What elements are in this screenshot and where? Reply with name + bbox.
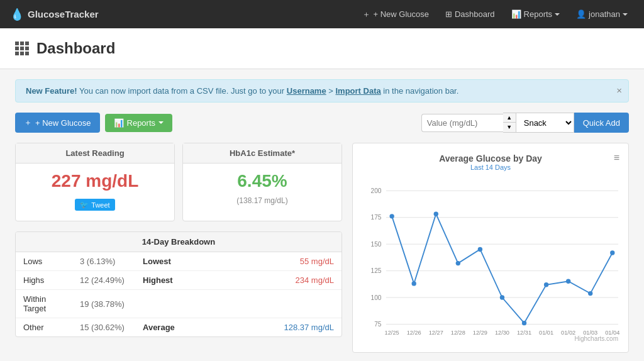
meal-type-select[interactable]: Snack Breakfast Lunch Dinner Fasting Bed…: [516, 113, 574, 133]
navbar: 💧 GlucoseTracker ＋ + New Glucose ⊞ Dashb…: [0, 0, 644, 28]
svg-text:150: 150: [371, 241, 382, 248]
table-row: Within Target 19 (38.78%): [16, 290, 341, 318]
svg-text:12/29: 12/29: [473, 330, 487, 336]
brand-name: GlucoseTracker: [28, 9, 99, 19]
chart-point: [434, 211, 438, 216]
bar-icon: 📊: [114, 118, 124, 128]
chart-card: Average Glucose by Day Last 14 Days ≡ 20…: [352, 143, 629, 353]
breakdown-card: 14-Day Breakdown Lows 3 (6.13%) Lowest 5…: [15, 231, 342, 337]
bar-chart-icon: 📊: [511, 9, 521, 19]
chart-menu-icon[interactable]: ≡: [614, 152, 619, 164]
alert-banner: New Feature! You can now import data fro…: [15, 79, 629, 103]
chart-subtitle: Last 14 Days: [363, 164, 618, 171]
latest-reading-title: Latest Reading: [16, 143, 174, 164]
other-label: Other: [16, 318, 72, 337]
plus-icon: ＋: [362, 9, 370, 20]
chart-point: [478, 247, 482, 252]
grid-nav-icon: ⊞: [445, 9, 452, 19]
lows-value: 3 (6.13%): [72, 252, 135, 271]
plus-icon: ＋: [24, 117, 32, 128]
reading-cards: Latest Reading 227 mg/dL 🐦 Tweet HbA1c E…: [15, 143, 342, 221]
new-glucose-nav-link[interactable]: ＋ + New Glucose: [356, 5, 435, 24]
alert-import-link[interactable]: Import Data: [336, 86, 381, 96]
chart-point: [500, 295, 504, 299]
empty-label: [135, 290, 186, 318]
svg-text:01/01: 01/01: [539, 330, 553, 336]
svg-text:125: 125: [371, 267, 382, 274]
latest-reading-card: Latest Reading 227 mg/dL 🐦 Tweet: [15, 143, 175, 221]
navbar-links: ＋ + New Glucose ⊞ Dashboard 📊 Reports 👤 …: [356, 5, 634, 24]
svg-text:175: 175: [371, 214, 382, 221]
hba1c-card: HbA1c Estimate* 6.45% (138.17 mg/dL): [182, 143, 342, 221]
chart-watermark: Highcharts.com: [575, 335, 618, 342]
content-area: New Feature! You can now import data fro…: [0, 69, 644, 361]
latest-reading-value: 227 mg/dL: [26, 171, 164, 191]
value-up-button[interactable]: ▲: [503, 113, 516, 123]
table-row: Other 15 (30.62%) Average 128.37 mg/dL: [16, 318, 341, 337]
drop-icon: 💧: [10, 8, 24, 21]
alert-bold: New Feature!: [26, 86, 77, 96]
breakdown-table: Lows 3 (6.13%) Lowest 55 mg/dL Highs 12 …: [16, 252, 341, 336]
svg-text:12/30: 12/30: [495, 330, 509, 336]
alert-text3: in the navigation bar.: [383, 86, 458, 96]
page-header: Dashboard: [0, 28, 644, 69]
chart-point: [566, 279, 570, 284]
new-glucose-button[interactable]: ＋ + New Glucose: [15, 113, 100, 133]
alert-close-button[interactable]: ×: [616, 85, 622, 96]
twitter-icon: 🐦: [80, 201, 89, 209]
brand: 💧 GlucoseTracker: [10, 8, 99, 21]
svg-text:12/28: 12/28: [451, 330, 465, 336]
chart-point: [522, 321, 526, 325]
svg-text:100: 100: [371, 294, 382, 301]
quick-add-group: ▲ ▼ Snack Breakfast Lunch Dinner Fasting…: [421, 113, 629, 133]
hba1c-value: 6.45%: [193, 171, 331, 191]
within-target-label: Within Target: [16, 290, 72, 318]
user-nav-link[interactable]: 👤 jonathan: [570, 6, 634, 23]
reports-nav-link[interactable]: 📊 Reports: [505, 6, 567, 23]
dashboard-grid-icon: [15, 42, 29, 55]
user-icon: 👤: [576, 9, 586, 19]
alert-username-link[interactable]: Username: [287, 86, 326, 96]
table-row: Highs 12 (24.49%) Highest 234 mg/dL: [16, 271, 341, 290]
chart-area: 200 175 150 125 100 75: [363, 179, 618, 342]
tweet-button[interactable]: 🐦 Tweet: [75, 199, 114, 211]
average-label: Average: [135, 318, 186, 337]
glucose-value-input[interactable]: [421, 114, 503, 132]
value-down-button[interactable]: ▼: [503, 123, 516, 132]
svg-text:12/26: 12/26: [407, 330, 421, 336]
hba1c-title: HbA1c Estimate*: [183, 143, 341, 164]
reports-caret-icon: [555, 13, 560, 16]
empty-value: [186, 290, 341, 318]
highest-value: 234 mg/dL: [186, 271, 341, 290]
chart-point: [456, 261, 460, 265]
reports-dropdown-button[interactable]: 📊 Reports: [105, 114, 173, 132]
dashboard-nav-link[interactable]: ⊞ Dashboard: [439, 6, 501, 23]
left-column: Latest Reading 227 mg/dL 🐦 Tweet HbA1c E…: [15, 143, 342, 353]
highs-label: Highs: [16, 271, 72, 290]
svg-text:12/27: 12/27: [429, 330, 443, 336]
average-value: 128.37 mg/dL: [186, 318, 341, 337]
svg-text:12/25: 12/25: [385, 330, 399, 336]
glucose-line-chart: 200 175 150 125 100 75: [363, 179, 618, 342]
hba1c-sub: (138.17 mg/dL): [193, 196, 331, 205]
chart-point: [412, 281, 416, 286]
other-value: 15 (30.62%): [72, 318, 135, 337]
reports-btn-caret: [158, 121, 164, 124]
main-grid: Latest Reading 227 mg/dL 🐦 Tweet HbA1c E…: [15, 143, 629, 353]
svg-text:01/02: 01/02: [561, 330, 575, 336]
user-caret-icon: [623, 13, 628, 16]
chart-point: [588, 291, 592, 296]
chart-title: Average Glucose by Day: [363, 153, 618, 164]
svg-text:12/31: 12/31: [517, 330, 531, 336]
svg-text:75: 75: [374, 321, 382, 328]
alert-text: You can now import data from a CSV file.…: [79, 86, 287, 96]
lowest-label: Lowest: [135, 252, 186, 271]
value-spinner: ▲ ▼: [503, 113, 516, 133]
quick-add-button[interactable]: Quick Add: [574, 113, 629, 133]
lows-label: Lows: [16, 252, 72, 271]
toolbar: ＋ + New Glucose 📊 Reports ▲ ▼ Snack Brea…: [15, 113, 629, 133]
lowest-value: 55 mg/dL: [186, 252, 341, 271]
alert-text2: >: [328, 86, 335, 96]
page-title: Dashboard: [36, 40, 115, 57]
chart-point: [610, 250, 614, 255]
